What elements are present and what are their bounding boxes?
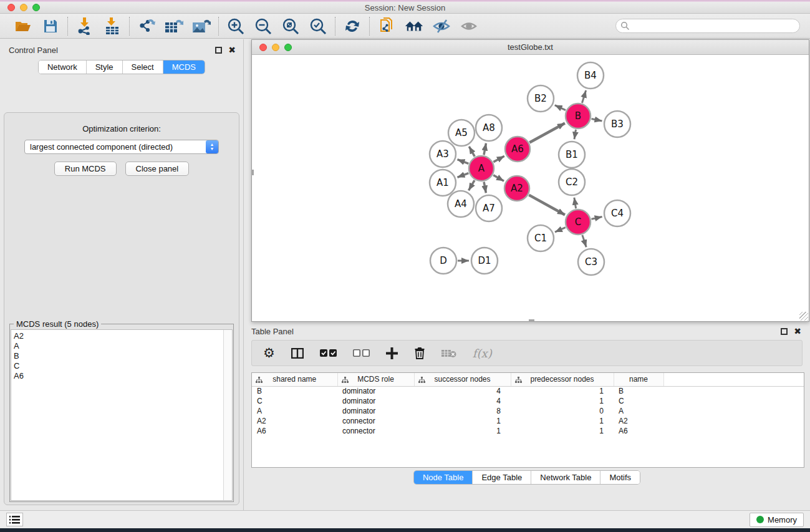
mcds-result-item[interactable]: B [14,351,223,361]
delete-column-trash-icon[interactable] [414,347,425,359]
graph-edge-A-A2[interactable] [493,175,504,181]
graph-node-A7[interactable]: A7 [476,195,502,221]
graph-node-D[interactable]: D [430,248,456,274]
show-column-icon[interactable] [291,348,304,359]
graph-node-A1[interactable]: A1 [430,170,456,196]
window-resize-grip[interactable] [799,312,808,321]
window-resize-mark-bottom[interactable] [529,319,534,322]
zoom-selected-icon[interactable] [309,17,327,36]
result-list-scrollbar[interactable] [223,330,232,500]
select-all-columns-icon[interactable] [320,349,337,357]
table-cell[interactable]: A2 [252,416,337,426]
graph-edge-A6-B[interactable] [529,123,565,143]
table-cell[interactable]: connector [337,426,414,436]
refresh-layout-icon[interactable] [343,17,362,36]
tab-network-table[interactable]: Network Table [531,471,600,484]
col-header-predecessor-nodes[interactable]: predecessor nodes [511,373,614,386]
table-cell[interactable]: 4 [414,386,511,396]
tab-edge-table[interactable]: Edge Table [473,471,531,484]
unselect-all-columns-icon[interactable] [353,349,370,357]
close-panel-button[interactable]: Close panel [125,162,190,176]
home-cyndex-icon[interactable] [405,17,423,36]
tab-network[interactable]: Network [39,60,87,74]
table-cell[interactable]: 1 [511,416,614,426]
table-cell[interactable]: B [614,386,663,396]
table-cell[interactable]: A [614,406,663,416]
col-header-mcds-role[interactable]: MCDS role [337,373,414,386]
mcds-result-item[interactable]: A2 [14,331,223,341]
table-row[interactable]: Adominator80A [252,406,804,416]
graph-edge-A2-C[interactable] [529,195,565,215]
graph-node-A[interactable]: A [469,156,494,181]
graph-edge-B-B3[interactable] [592,118,602,121]
graph-node-C4[interactable]: C4 [604,200,630,226]
graph-node-A3[interactable]: A3 [430,141,456,167]
graph-edge-B-B4[interactable] [582,90,586,103]
task-history-button[interactable] [6,513,23,526]
graph-node-A4[interactable]: A4 [448,191,474,217]
graph-edge-C-C3[interactable] [582,235,586,247]
graph-node-A8[interactable]: A8 [476,115,502,141]
graph-edge-B-B1[interactable] [574,130,576,140]
function-builder-icon[interactable]: f(x) [473,347,492,360]
table-settings-gear-icon[interactable]: ⚙ [263,346,275,360]
duplicate-network-icon[interactable] [377,17,396,36]
tab-motifs[interactable]: Motifs [600,471,640,484]
tab-node-table[interactable]: Node Table [414,471,473,484]
graph-edge-A-A5[interactable] [469,147,475,157]
table-cell[interactable]: A6 [252,426,337,436]
window-resize-mark-left[interactable] [251,170,254,175]
graph-node-C[interactable]: C [566,210,591,235]
close-panel-icon[interactable]: ✖ [228,47,236,54]
graph-edge-A-A8[interactable] [484,143,486,155]
mcds-result-item[interactable]: A [14,341,223,351]
table-cell[interactable]: 4 [414,396,511,406]
table-row[interactable]: Bdominator41B [252,386,804,396]
close-table-panel-icon[interactable]: ✖ [794,328,801,335]
graph-edge-B-B2[interactable] [555,105,566,110]
graph-node-B4[interactable]: B4 [577,62,604,89]
graph-edge-A-A3[interactable] [457,160,468,164]
hide-selected-eye-icon[interactable] [432,17,451,36]
graph-node-B3[interactable]: B3 [604,111,630,137]
show-all-eye-icon[interactable] [460,17,478,36]
tab-style[interactable]: Style [87,60,123,74]
export-image-icon[interactable] [192,17,211,36]
create-column-plus-icon[interactable] [386,347,398,359]
graph-node-C2[interactable]: C2 [559,169,585,195]
table-row[interactable]: Cdominator41C [252,396,804,406]
zoom-out-icon[interactable] [254,17,272,36]
graph-edge-A-A7[interactable] [484,182,486,193]
network-canvas[interactable]: B4B2BB3B1A5A8A6A3AA1A2C2A4A7CC4C1C3DD1 [252,56,809,321]
col-header-name[interactable]: name [614,373,663,386]
graph-node-D1[interactable]: D1 [471,248,498,274]
table-cell[interactable]: 1 [414,416,511,426]
graph-node-C1[interactable]: C1 [528,225,554,251]
col-header-successor-nodes[interactable]: successor nodes [414,373,511,386]
graph-edge-A-A6[interactable] [493,156,504,162]
graph-edge-C-C4[interactable] [591,216,602,219]
tab-select[interactable]: Select [123,60,163,74]
graph-node-C3[interactable]: C3 [578,249,604,275]
graph-node-B[interactable]: B [566,104,591,128]
zoom-in-icon[interactable] [226,17,245,36]
table-cell[interactable]: connector [337,416,414,426]
graph-edge-C-C1[interactable] [555,228,566,232]
float-table-panel-icon[interactable] [781,328,788,335]
table-cell[interactable]: 1 [511,386,614,396]
search-input[interactable] [630,21,799,32]
table-cell[interactable]: dominator [337,386,414,396]
export-network-icon[interactable] [137,17,156,36]
graph-node-B1[interactable]: B1 [559,142,585,168]
table-cell[interactable]: 1 [511,396,614,406]
app-titlebar[interactable]: Session: New Session [0,2,810,14]
table-row[interactable]: A2connector11A2 [252,416,804,426]
graph-node-B2[interactable]: B2 [528,85,554,112]
zoom-fit-icon[interactable] [281,17,300,36]
graph-edge-A-A4[interactable] [469,180,475,190]
table-cell[interactable]: A6 [614,426,663,436]
table-cell[interactable]: 1 [414,426,511,436]
table-cell[interactable]: 0 [511,406,614,416]
table-cell[interactable]: A2 [614,416,663,426]
col-header-shared-name[interactable]: shared name [252,373,337,386]
